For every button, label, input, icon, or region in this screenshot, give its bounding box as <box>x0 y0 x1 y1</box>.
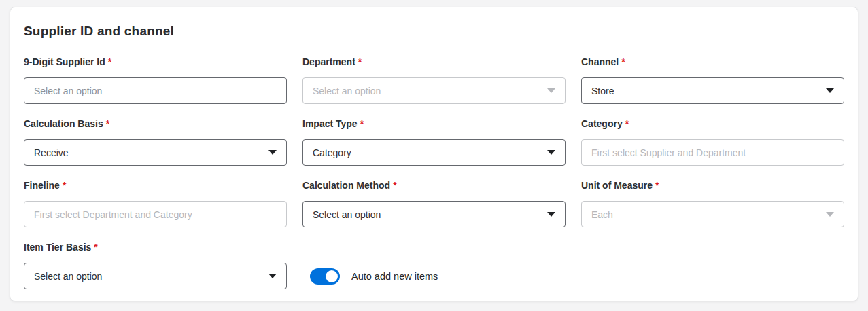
calculation-method-label-row: Calculation Method* <box>302 179 566 191</box>
department-label: Department <box>302 56 355 67</box>
required-asterisk: * <box>655 180 659 191</box>
calculation-basis-label-row: Calculation Basis* <box>24 117 287 130</box>
chevron-down-icon <box>547 88 555 93</box>
category-input[interactable]: First select Supplier and Department <box>581 139 844 166</box>
item-tier-basis-label: Item Tier Basis <box>24 242 91 253</box>
required-asterisk: * <box>358 56 362 67</box>
required-asterisk: * <box>94 242 97 253</box>
form-grid: 9-Digit Supplier Id* Department* Select … <box>24 56 844 303</box>
chevron-down-icon <box>547 212 555 217</box>
supplier-id-input[interactable] <box>24 77 287 104</box>
chevron-down-icon <box>268 274 277 278</box>
fineline-label: Fineline <box>24 180 60 191</box>
impact-type-label: Impact Type <box>302 118 358 129</box>
auto-add-new-items-toggle[interactable] <box>310 268 340 285</box>
field-fineline: Fineline* First select Department and Ca… <box>24 179 287 227</box>
item-tier-basis-select[interactable]: Select an option <box>24 263 287 289</box>
toggle-knob <box>326 270 338 282</box>
auto-add-toggle-label: Auto add new items <box>351 271 438 282</box>
unit-of-measure-select-value: Each <box>591 209 819 220</box>
fineline-input-placeholder: First select Department and Category <box>34 209 277 220</box>
department-select[interactable]: Select an option <box>302 77 566 104</box>
supplier-channel-section: Supplier ID and channel 9-Digit Supplier… <box>10 7 858 301</box>
required-asterisk: * <box>108 56 111 67</box>
field-unit-of-measure: Unit of Measure* Each <box>581 179 844 227</box>
field-category: Category* First select Supplier and Depa… <box>581 117 844 166</box>
required-asterisk: * <box>106 118 109 129</box>
item-tier-basis-label-row: Item Tier Basis* <box>24 241 287 253</box>
field-calculation-method: Calculation Method* Select an option <box>302 179 566 227</box>
required-asterisk: * <box>625 118 629 129</box>
required-asterisk: * <box>621 56 625 67</box>
item-tier-basis-select-value: Select an option <box>34 271 262 282</box>
impact-type-select[interactable]: Category <box>302 139 566 166</box>
supplier-id-label: 9-Digit Supplier Id <box>24 56 105 67</box>
field-supplier-id: 9-Digit Supplier Id* <box>24 56 287 104</box>
field-impact-type: Impact Type* Category <box>302 117 566 166</box>
unit-of-measure-select[interactable]: Each <box>581 201 844 227</box>
field-department: Department* Select an option <box>302 56 566 104</box>
category-label: Category <box>581 118 623 129</box>
impact-type-select-value: Category <box>313 147 540 158</box>
calculation-basis-label: Calculation Basis <box>24 118 103 129</box>
field-channel: Channel* Store <box>581 56 844 104</box>
field-item-tier-basis: Item Tier Basis* Select an option <box>24 241 287 289</box>
department-label-row: Department* <box>302 56 566 68</box>
fineline-input[interactable]: First select Department and Category <box>24 201 287 227</box>
department-select-value: Select an option <box>313 86 540 96</box>
section-title: Supplier ID and channel <box>24 22 844 40</box>
field-calculation-basis: Calculation Basis* Receive <box>24 117 287 166</box>
supplier-id-label-row: 9-Digit Supplier Id* <box>24 56 287 68</box>
chevron-down-icon <box>826 212 834 217</box>
chevron-down-icon <box>268 150 277 155</box>
required-asterisk: * <box>63 180 66 191</box>
channel-label-row: Channel* <box>581 56 844 68</box>
chevron-down-icon <box>826 88 834 93</box>
impact-type-label-row: Impact Type* <box>302 117 566 130</box>
calculation-method-label: Calculation Method <box>302 180 390 191</box>
required-asterisk: * <box>360 118 364 129</box>
fineline-label-row: Fineline* <box>24 179 287 191</box>
channel-select[interactable]: Store <box>581 77 844 104</box>
calculation-method-select-value: Select an option <box>313 209 540 220</box>
calculation-basis-select-value: Receive <box>34 147 262 158</box>
calculation-basis-select[interactable]: Receive <box>24 139 287 166</box>
channel-label: Channel <box>581 56 619 67</box>
empty-grid-cell <box>581 241 844 303</box>
required-asterisk: * <box>393 180 396 191</box>
category-input-placeholder: First select Supplier and Department <box>591 147 834 158</box>
unit-of-measure-label-row: Unit of Measure* <box>581 179 844 191</box>
channel-select-value: Store <box>591 86 819 96</box>
auto-add-toggle-row: Auto add new items <box>302 263 566 289</box>
chevron-down-icon <box>547 150 555 155</box>
unit-of-measure-label: Unit of Measure <box>581 180 653 191</box>
category-label-row: Category* <box>581 117 844 130</box>
calculation-method-select[interactable]: Select an option <box>302 201 566 227</box>
